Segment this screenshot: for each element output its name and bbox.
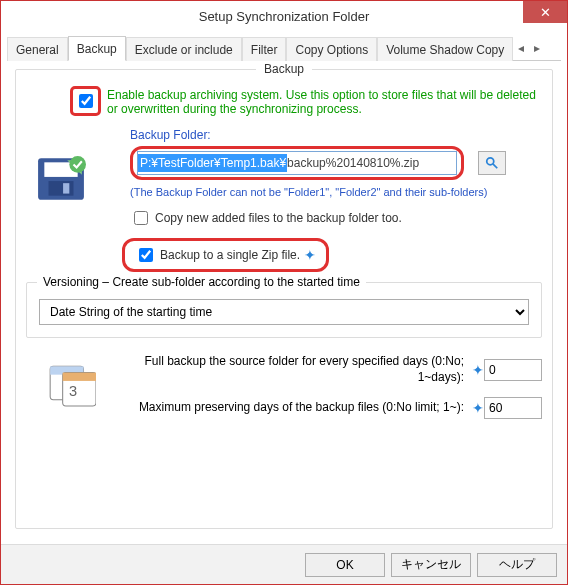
floppy-icon [36, 154, 86, 204]
star-icon: ✦ [304, 247, 316, 263]
tab-exclude[interactable]: Exclude or include [126, 37, 242, 61]
calendar-icon: 3 [46, 358, 96, 408]
path-rest: backup%20140810%.zip [287, 154, 419, 172]
enable-backup-checkbox[interactable] [79, 94, 93, 108]
enable-backup-label: Enable backup archiving system. Use this… [107, 88, 542, 116]
zip-checkbox[interactable] [139, 248, 153, 262]
close-icon: ✕ [540, 5, 551, 20]
svg-line-6 [493, 164, 497, 168]
tab-filter[interactable]: Filter [242, 37, 287, 61]
tab-backup[interactable]: Backup [68, 36, 126, 61]
star-icon: ✦ [472, 400, 484, 416]
help-button[interactable]: ヘルプ [477, 553, 557, 577]
backup-folder-label: Backup Folder: [130, 128, 542, 142]
versioning-group: Versioning – Create sub-folder according… [26, 282, 542, 338]
svg-point-4 [69, 156, 86, 173]
copy-new-label: Copy new added files to the backup folde… [155, 211, 402, 225]
copy-new-checkbox[interactable] [134, 211, 148, 225]
svg-rect-3 [63, 183, 69, 193]
backup-folder-input[interactable]: P:¥TestFolder¥Temp1.bak¥ backup%20140810… [137, 151, 457, 175]
enable-row: Enable backup archiving system. Use this… [26, 88, 542, 116]
tab-content: Backup Enable backup archiving system. U… [1, 61, 567, 547]
highlight-enable-checkbox [70, 86, 101, 116]
group-title: Backup [256, 62, 312, 76]
highlight-zip-option: Backup to a single Zip file. ✦ [122, 238, 329, 272]
cancel-button[interactable]: キャンセル [391, 553, 471, 577]
full-backup-label: Full backup the source folder for every … [106, 354, 468, 385]
tabs: General Backup Exclude or include Filter… [7, 35, 561, 61]
browse-button[interactable] [478, 151, 506, 175]
full-backup-row: Full backup the source folder for every … [26, 354, 542, 385]
svg-rect-2 [49, 181, 74, 196]
tab-general[interactable]: General [7, 37, 68, 61]
svg-text:3: 3 [69, 383, 77, 399]
close-button[interactable]: ✕ [523, 1, 567, 23]
copy-new-row: Copy new added files to the backup folde… [130, 208, 542, 228]
tab-scroll-right[interactable]: ▸ [529, 36, 545, 60]
titlebar: Setup Synchronization Folder ✕ [1, 1, 567, 31]
full-backup-input[interactable] [484, 359, 542, 381]
path-selected: P:¥TestFolder¥Temp1.bak¥ [138, 154, 287, 172]
tab-vss[interactable]: Volume Shadow Copy [377, 37, 513, 61]
tab-copy-options[interactable]: Copy Options [286, 37, 377, 61]
zip-row: Backup to a single Zip file. ✦ [122, 238, 542, 272]
backup-folder-note: (The Backup Folder can not be "Folder1",… [130, 186, 542, 198]
highlight-folder-input: P:¥TestFolder¥Temp1.bak¥ backup%20140810… [130, 146, 464, 180]
ok-button[interactable]: OK [305, 553, 385, 577]
backup-folder-row: P:¥TestFolder¥Temp1.bak¥ backup%20140810… [130, 146, 542, 180]
max-days-label: Maximum preserving days of the backup fi… [106, 400, 468, 416]
max-days-row: Maximum preserving days of the backup fi… [26, 397, 542, 419]
star-icon: ✦ [472, 362, 484, 378]
dialog-window: Setup Synchronization Folder ✕ General B… [0, 0, 568, 585]
window-title: Setup Synchronization Folder [199, 9, 370, 24]
tab-scroll-left[interactable]: ◂ [513, 36, 529, 60]
bottom-rows: 3 Full backup the source folder for ever… [26, 354, 542, 419]
button-bar: OK キャンセル ヘルプ [1, 544, 567, 584]
zip-label: Backup to a single Zip file. [160, 248, 300, 262]
versioning-title: Versioning – Create sub-folder according… [37, 275, 366, 289]
max-days-input[interactable] [484, 397, 542, 419]
svg-rect-10 [63, 373, 96, 381]
versioning-select[interactable]: Date String of the starting time [39, 299, 529, 325]
backup-group: Backup Enable backup archiving system. U… [15, 69, 553, 529]
magnifier-icon [485, 156, 499, 170]
svg-point-5 [487, 158, 494, 165]
